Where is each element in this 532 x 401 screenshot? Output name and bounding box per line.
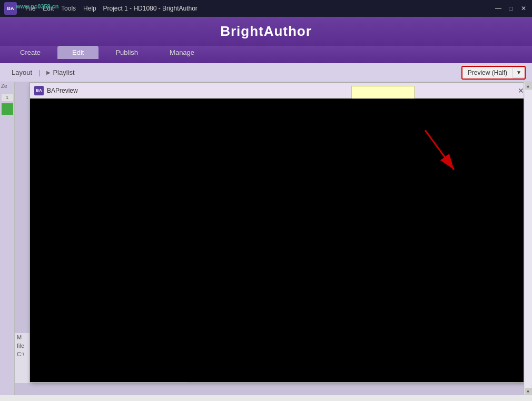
green-indicator [2,103,13,115]
sub-toolbar: Layout | ▶ Playlist Preview (Half) ▼ [0,63,532,82]
bottom-area: M file C:\ [15,383,524,383]
dialog-title: BAPreview [47,87,516,94]
sub-toolbar-right: Preview (Half) ▼ [461,66,526,80]
zoom-label: Ze [1,83,7,89]
menu-help[interactable]: Help [80,4,100,13]
preview-dropdown-arrow[interactable]: ▼ [513,67,525,77]
preview-dialog: BA BAPreview ✕ [29,82,524,383]
red-arrow-annotation [409,120,478,193]
close-button[interactable]: ✕ [519,4,528,13]
scroll-down-button[interactable]: ▼ [525,388,532,395]
menu-tools[interactable]: Tools [58,4,79,13]
layout-nav-item[interactable]: Layout [6,69,37,76]
dialog-logo: BA [34,86,44,95]
nav-tabs: Create Edit Publish Manage [0,46,532,63]
tab-create[interactable]: Create [5,46,55,59]
scroll-up-button[interactable]: ▲ [525,82,532,90]
preview-dropdown: Preview (Half) ▼ [461,66,526,80]
nav-separator: | [38,69,40,76]
maximize-button[interactable]: □ [507,4,515,13]
app-title: BrightAuthor [220,23,312,40]
dialog-content [30,99,524,382]
left-sidebar: Ze 1 [0,82,15,395]
app-header: BrightAuthor [0,17,532,46]
tab-publish[interactable]: Publish [101,46,153,59]
main-content: Ze 1 BA BAPreview ✕ [0,82,532,395]
watermark: www.pc0359.cn [16,3,59,9]
tab-manage[interactable]: Manage [155,46,209,59]
sidebar-number: 1 [2,94,13,101]
dialog-titlebar: BA BAPreview ✕ [30,83,524,99]
playlist-arrow-icon: ▶ [46,70,51,75]
minimize-button[interactable]: — [494,4,503,13]
preview-button[interactable]: Preview (Half) [462,67,513,79]
playlist-nav-item[interactable]: ▶ Playlist [41,69,80,76]
dialog-close-button[interactable]: ✕ [516,85,524,96]
scroll-track [525,90,532,388]
svg-line-1 [425,130,454,170]
window-controls: — □ ✕ [494,4,528,13]
tab-edit[interactable]: Edit [57,46,98,59]
title-bar: BA www.pc0359.cn File Edit Tools Help Pr… [0,0,532,17]
window-title: Project 1 - HD1080 - BrightAuthor [100,5,494,12]
app-logo: BA [4,2,17,15]
center-area: BA BAPreview ✕ [15,82,524,395]
playlist-label: Playlist [53,69,74,76]
right-scrollbar: ▲ ▼ [524,82,532,395]
